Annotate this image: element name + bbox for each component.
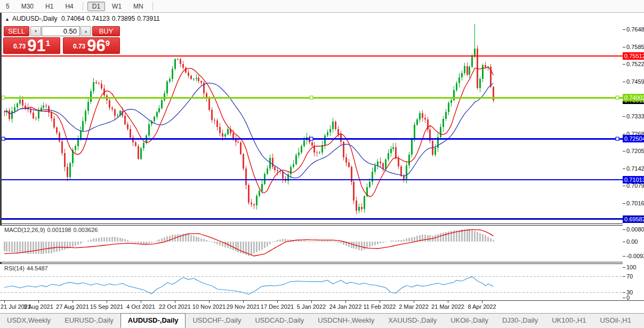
tab-usdcad-daily[interactable]: USDCAD-,Daily bbox=[248, 314, 311, 328]
rsi-tick bbox=[623, 276, 625, 277]
macd-label: MACD(12,26,9)0.0011980.003626 bbox=[4, 227, 100, 233]
time-tick bbox=[73, 301, 73, 303]
price-tick bbox=[623, 82, 625, 82]
macd-tick bbox=[623, 256, 625, 257]
time-tick bbox=[380, 301, 380, 303]
time-tick bbox=[311, 301, 312, 303]
tab-eurusd-daily[interactable]: EURUSD-,Daily bbox=[58, 314, 120, 328]
price-tick-label: 0.76480 bbox=[626, 26, 644, 33]
tab-uk100-h1[interactable]: UK100-,H1 bbox=[545, 314, 593, 328]
price-tick-label: 0.72055 bbox=[626, 148, 644, 154]
price-tick-label: 0.70165 bbox=[626, 200, 644, 206]
volume-increase-button[interactable]: ▲ bbox=[80, 26, 91, 36]
price-tick bbox=[623, 186, 625, 186]
tab-usoil-h1[interactable]: USOil-,H1 bbox=[593, 314, 638, 328]
tab-hk50-h1[interactable]: HK50-,H1 bbox=[638, 314, 644, 328]
tab-usdcnh-weekly[interactable]: USDCNH-,Weekly bbox=[311, 314, 381, 328]
time-tick-label: 15 Sep 2021 bbox=[90, 303, 124, 310]
symbol-tabbar: USDX,WeeklyEURUSD-,DailyAUDUSD-,DailyUSD… bbox=[0, 313, 644, 328]
buy-price-pip: 9 bbox=[106, 38, 110, 47]
sell-price-display[interactable]: 0.73 91 1 bbox=[3, 37, 60, 54]
price-tick bbox=[623, 64, 625, 65]
macd-tick-label: 0.00 bbox=[626, 238, 638, 245]
tab-xauusd-daily[interactable]: XAUUSD-,Daily bbox=[381, 314, 444, 328]
price-tick bbox=[623, 151, 625, 151]
tab-audusd-daily[interactable]: AUDUSD-,Daily bbox=[120, 313, 186, 328]
time-tick-label: 11 Feb 2022 bbox=[363, 303, 397, 310]
trading-terminal: 5M30H1H4D1W1MN ▲AUDUSD-,Daily 0.740640.7… bbox=[0, 0, 644, 328]
ohlc-high: 0.74123 bbox=[86, 15, 109, 22]
macd-tick-label: -0.009286 bbox=[626, 253, 644, 259]
panel-toggle-icon[interactable]: ▲ bbox=[5, 17, 10, 22]
hline-price-badge: 0.74002 bbox=[623, 94, 644, 101]
price-tick bbox=[623, 203, 625, 204]
price-tick bbox=[623, 169, 625, 169]
rsi-name: RSI(14) bbox=[4, 265, 25, 271]
chart-title: ▲AUDUSD-,Daily 0.740640.741230.738950.73… bbox=[5, 15, 162, 22]
rsi-canvas[interactable] bbox=[0, 264, 623, 300]
price-axis[interactable]: 0.764800.758500.752200.745900.733300.726… bbox=[623, 13, 644, 300]
tab-dj30-daily[interactable]: DJ30-,Daily bbox=[495, 314, 545, 328]
time-tick bbox=[277, 301, 278, 303]
sell-button[interactable]: SELL bbox=[4, 26, 29, 36]
time-tick bbox=[175, 301, 175, 303]
price-tick bbox=[623, 116, 625, 117]
one-click-trade-panel: SELL ▼ 0.50 ▲ BUY 0.73 91 1 0.73 96 9 bbox=[3, 25, 121, 54]
timeframe-button-d1[interactable]: D1 bbox=[87, 2, 105, 11]
buy-price-prefix: 0.73 bbox=[73, 43, 85, 50]
rsi-tick-label: 70 bbox=[626, 273, 633, 279]
tab-usdchf-daily[interactable]: USDCHF-,Daily bbox=[186, 314, 248, 328]
buy-button[interactable]: BUY bbox=[92, 26, 120, 36]
price-tick-label: 0.74590 bbox=[626, 78, 644, 85]
price-tick bbox=[623, 47, 625, 47]
price-tick-label: 0.75850 bbox=[626, 44, 644, 50]
toolbar-separator bbox=[83, 2, 83, 10]
time-tick bbox=[448, 301, 448, 303]
time-tick bbox=[107, 301, 107, 303]
time-tick-label: 2 Mar 2022 bbox=[397, 303, 431, 310]
timeframe-button-m30[interactable]: M30 bbox=[17, 2, 38, 11]
timeframe-button-w1[interactable]: W1 bbox=[107, 2, 126, 11]
timeframe-button-mn[interactable]: MN bbox=[128, 2, 148, 11]
hline-price-badge: 0.71013 bbox=[623, 176, 644, 183]
timeframe-button-5[interactable]: 5 bbox=[1, 2, 14, 11]
macd-main-value: 0.001198 bbox=[47, 227, 71, 233]
macd-tick bbox=[623, 242, 625, 242]
macd-tick-label: 0.008061 bbox=[626, 226, 644, 233]
timeframe-toolbar: 5M30H1H4D1W1MN bbox=[0, 0, 644, 13]
timeframe-button-h4[interactable]: H4 bbox=[60, 2, 78, 11]
time-axis[interactable]: 21 Jul 20219 Aug 202127 Aug 202115 Sep 2… bbox=[0, 301, 644, 313]
time-tick bbox=[4, 301, 5, 303]
time-tick-label: 21 Mar 2022 bbox=[431, 303, 465, 310]
time-tick-label: 9 Aug 2021 bbox=[21, 303, 55, 310]
hline-price-badge: 0.69582 bbox=[623, 215, 644, 223]
price-tick bbox=[623, 134, 625, 134]
time-tick-label: 10 Nov 2021 bbox=[192, 303, 226, 310]
volume-input[interactable]: 0.50 bbox=[42, 26, 80, 36]
time-tick bbox=[243, 301, 244, 303]
hline-price-badge: 0.75512 bbox=[623, 52, 644, 60]
time-tick bbox=[345, 301, 346, 303]
tab-ukoil-daily[interactable]: UKOil-,Daily bbox=[444, 314, 495, 328]
buy-price-display[interactable]: 0.73 96 9 bbox=[63, 37, 120, 54]
volume-decrease-button[interactable]: ▼ bbox=[30, 26, 41, 36]
price-tick-label: 0.71425 bbox=[626, 165, 644, 172]
toolbar-separator bbox=[152, 2, 153, 10]
symbol-label: AUDUSD-,Daily bbox=[12, 15, 58, 22]
rsi-tick-label: 0 bbox=[626, 294, 630, 301]
rsi-label: RSI(14)44.5487 bbox=[4, 265, 50, 271]
time-tick bbox=[414, 301, 414, 303]
time-tick bbox=[38, 301, 39, 303]
rsi-tick-label: 100 bbox=[626, 264, 636, 270]
time-tick-label: 22 Oct 2021 bbox=[158, 303, 192, 310]
rsi-value: 44.5487 bbox=[27, 265, 48, 271]
tab-usdx-weekly[interactable]: USDX,Weekly bbox=[0, 314, 58, 328]
sell-price-pip: 1 bbox=[46, 38, 50, 47]
time-tick bbox=[209, 301, 210, 303]
timeframe-button-h1[interactable]: H1 bbox=[41, 2, 58, 11]
macd-signal-value: 0.003626 bbox=[74, 227, 98, 233]
time-tick-label: 29 Nov 2021 bbox=[226, 303, 260, 310]
rsi-panel[interactable] bbox=[0, 264, 623, 300]
chevron-up-icon: ▲ bbox=[84, 29, 88, 33]
time-tick-label: 5 Jan 2022 bbox=[294, 303, 328, 310]
